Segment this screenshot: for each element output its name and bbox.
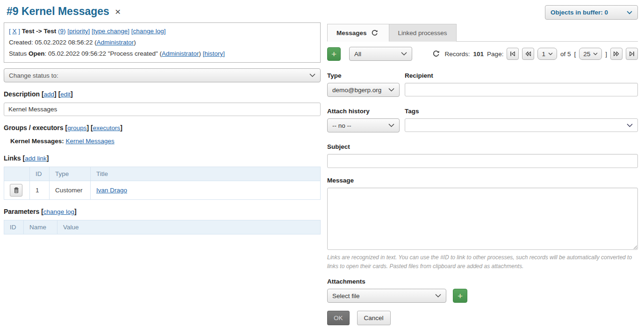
process-info-column: [ X ] Test -> Test (9) [priority] [type …: [4, 22, 321, 325]
chevron-down-icon: [388, 124, 394, 127]
change-status-label: Change status to:: [9, 72, 58, 79]
process-info-box: [ X ] Test -> Test (9) [priority] [type …: [4, 22, 321, 63]
description-heading: Description [add] [edit]: [4, 90, 321, 98]
messages-toolbar: + All Records: 101: [327, 47, 638, 61]
chevron-down-icon: [435, 294, 441, 298]
attach-history-value: -- no --: [332, 122, 351, 129]
priority-link[interactable]: priority: [69, 28, 88, 35]
attachments-label: Attachments: [327, 278, 638, 285]
parameters-header-id: ID: [4, 220, 24, 234]
links-row-title-cell: Ivan Drago: [91, 181, 321, 200]
page-number-value: 1: [542, 51, 545, 58]
page-title-text: #9 Kernel Messages: [7, 5, 109, 18]
subject-input[interactable]: [327, 154, 638, 168]
close-tab-icon[interactable]: ×: [115, 7, 121, 16]
change-status-select[interactable]: Change status to:: [4, 68, 321, 82]
ivan-drago-link[interactable]: Ivan Drago: [96, 187, 127, 194]
plus-icon: +: [331, 50, 336, 58]
bracket-close: ]: [605, 51, 607, 58]
message-type-select[interactable]: demo@bgerp.org: [327, 83, 400, 97]
message-panel: Messages Linked processes +: [327, 22, 638, 325]
description-input[interactable]: [4, 102, 321, 116]
message-filter-select[interactable]: All: [349, 47, 412, 61]
chevron-down-icon: [388, 88, 394, 92]
tab-messages[interactable]: Messages: [327, 24, 389, 42]
page-title: #9 Kernel Messages ×: [7, 5, 121, 18]
records-label: Records:: [445, 51, 470, 58]
attach-history-label: Attach history: [327, 108, 400, 115]
change-log-link[interactable]: change log: [133, 28, 164, 35]
last-page-icon: [629, 51, 635, 57]
process-info-line-2: Created: 05.02.2022 08:56:22 (Administra…: [9, 37, 315, 48]
groups-link[interactable]: groups: [67, 124, 86, 131]
executors-link[interactable]: executors: [93, 124, 121, 131]
message-help-text: Links are recognized in text. You can us…: [327, 253, 638, 270]
history-link[interactable]: history: [205, 50, 223, 57]
page-size-value: 25: [583, 51, 590, 58]
parameters-table-header-row: ID Name Value: [4, 220, 321, 234]
links-table-row: 1 Customer Ivan Drago: [4, 181, 321, 200]
page-label: Page:: [487, 51, 503, 58]
message-type-value: demo@bgerp.org: [332, 87, 381, 94]
parameters-header-name: Name: [24, 220, 57, 234]
recipient-input[interactable]: [405, 83, 638, 96]
refresh-records-icon[interactable]: [432, 50, 440, 58]
page-number-select[interactable]: 1: [537, 48, 557, 60]
chevron-down-icon: [627, 11, 632, 15]
page-size-select[interactable]: 25: [579, 48, 602, 60]
delete-link-button[interactable]: [10, 184, 22, 197]
links-row-actions-cell: [4, 181, 30, 200]
description-edit-link[interactable]: edit: [60, 91, 71, 98]
attach-history-select[interactable]: -- no --: [327, 118, 400, 132]
description-add-link[interactable]: add: [44, 91, 55, 98]
close-process-link[interactable]: X: [13, 28, 17, 35]
first-page-icon: [509, 51, 516, 57]
group-kernel-messages-link[interactable]: Kernel Messages: [66, 138, 114, 145]
message-label: Message: [327, 177, 638, 184]
cancel-button[interactable]: Cancel: [357, 311, 391, 325]
tab-messages-label: Messages: [336, 29, 367, 37]
chevron-down-icon: [401, 52, 407, 56]
next-page-button[interactable]: [610, 48, 623, 60]
add-link-link[interactable]: add link: [25, 155, 47, 162]
first-page-button[interactable]: [507, 48, 519, 60]
last-page-button[interactable]: [626, 48, 638, 60]
objects-in-buffer-label: Objects in buffer: 0: [551, 9, 608, 16]
message-filter-value: All: [354, 51, 361, 58]
links-row-id: 1: [30, 181, 50, 200]
add-message-button[interactable]: +: [327, 47, 341, 61]
message-textarea[interactable]: [327, 188, 638, 250]
chevron-down-icon: [309, 73, 315, 77]
tags-select[interactable]: [405, 118, 638, 132]
plus-icon: +: [458, 292, 463, 300]
administrator-link[interactable]: Administrator: [162, 50, 199, 57]
records-count: 101: [473, 51, 484, 58]
select-file-select[interactable]: Select file: [327, 289, 446, 303]
add-attachment-button[interactable]: +: [453, 289, 467, 303]
bracket-open: [: [574, 51, 576, 58]
subject-label: Subject: [327, 143, 638, 150]
refresh-icon[interactable]: [371, 29, 378, 37]
ok-button[interactable]: OK: [327, 311, 350, 325]
objects-in-buffer-select[interactable]: Objects in buffer: 0: [545, 5, 638, 20]
parameters-change-log-link[interactable]: change log: [43, 208, 74, 215]
groups-executors-heading: Groups / executors [groups] [executors]: [4, 124, 321, 131]
process-id-link[interactable]: 9: [60, 28, 64, 35]
parameters-heading: Parameters [change log]: [4, 208, 321, 215]
tab-linked-processes-label: Linked processes: [398, 29, 447, 37]
next-page-icon: [613, 51, 620, 57]
tab-linked-processes[interactable]: Linked processes: [389, 24, 457, 42]
tab-strip: Messages Linked processes: [327, 24, 638, 42]
links-header-type: Type: [50, 167, 91, 181]
trash-icon: [13, 187, 20, 194]
process-info-line-3: Status Open: 05.02.2022 09:56:22 "Proces…: [9, 48, 315, 59]
administrator-link[interactable]: Administrator: [97, 39, 134, 46]
process-card-page: #9 Kernel Messages × Objects in buffer: …: [0, 0, 644, 325]
chevron-down-icon: [593, 52, 598, 56]
type-change-link[interactable]: type change: [93, 28, 128, 35]
parameters-table: ID Name Value: [4, 220, 321, 234]
type-label: Type: [327, 72, 400, 79]
prev-page-button[interactable]: [522, 48, 534, 60]
group-row: Kernel Messages: Kernel Messages: [4, 136, 321, 146]
links-header-title: Title: [91, 167, 321, 181]
